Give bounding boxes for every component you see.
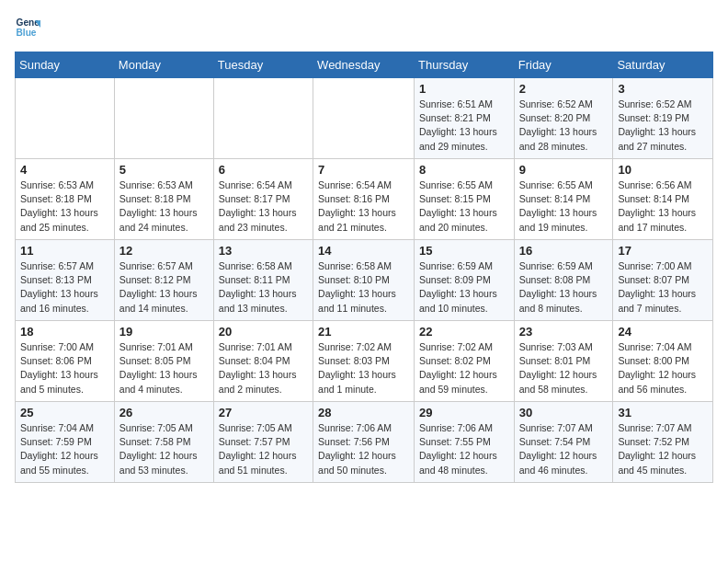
cell-info: Sunrise: 6:59 AM Sunset: 8:09 PM Dayligh… [419, 259, 509, 316]
cell-info: Sunrise: 7:00 AM Sunset: 8:06 PM Dayligh… [20, 340, 109, 396]
logo: General Blue [15, 15, 44, 40]
cell-info: Sunrise: 6:54 AM Sunset: 8:16 PM Dayligh… [318, 178, 409, 235]
day-number: 4 [20, 163, 109, 177]
cell-info: Sunrise: 7:05 AM Sunset: 7:57 PM Dayligh… [219, 421, 308, 477]
cell-info: Sunrise: 6:57 AM Sunset: 8:12 PM Dayligh… [119, 259, 209, 316]
calendar-cell: 31Sunrise: 7:07 AM Sunset: 7:52 PM Dayli… [613, 402, 713, 483]
day-number: 21 [318, 325, 409, 339]
calendar-cell: 8Sunrise: 6:55 AM Sunset: 8:15 PM Daylig… [415, 159, 515, 240]
day-number: 18 [20, 325, 109, 339]
weekday-saturday: Saturday [613, 52, 713, 78]
calendar-cell: 1Sunrise: 6:51 AM Sunset: 8:21 PM Daylig… [415, 78, 515, 159]
logo-icon: General Blue [15, 15, 40, 40]
calendar-cell: 11Sunrise: 6:57 AM Sunset: 8:13 PM Dayli… [16, 240, 115, 321]
calendar-cell: 16Sunrise: 6:59 AM Sunset: 8:08 PM Dayli… [514, 240, 613, 321]
calendar-cell [213, 78, 313, 159]
calendar-cell [16, 78, 115, 159]
calendar-week-1: 1Sunrise: 6:51 AM Sunset: 8:21 PM Daylig… [16, 78, 713, 159]
calendar-cell: 10Sunrise: 6:56 AM Sunset: 8:14 PM Dayli… [613, 159, 713, 240]
day-number: 16 [519, 244, 609, 258]
day-number: 1 [419, 82, 509, 96]
cell-info: Sunrise: 6:56 AM Sunset: 8:14 PM Dayligh… [618, 178, 708, 235]
day-number: 13 [219, 244, 308, 258]
cell-info: Sunrise: 7:07 AM Sunset: 7:52 PM Dayligh… [618, 421, 708, 477]
cell-info: Sunrise: 7:01 AM Sunset: 8:05 PM Dayligh… [119, 340, 209, 396]
cell-info: Sunrise: 7:06 AM Sunset: 7:55 PM Dayligh… [419, 421, 509, 477]
calendar-cell: 7Sunrise: 6:54 AM Sunset: 8:16 PM Daylig… [313, 159, 415, 240]
svg-text:Blue: Blue [17, 28, 37, 38]
day-number: 10 [618, 163, 708, 177]
cell-info: Sunrise: 7:04 AM Sunset: 8:00 PM Dayligh… [618, 340, 708, 396]
calendar-week-4: 18Sunrise: 7:00 AM Sunset: 8:06 PM Dayli… [16, 321, 713, 402]
day-number: 26 [119, 406, 209, 419]
cell-info: Sunrise: 6:52 AM Sunset: 8:20 PM Dayligh… [519, 98, 609, 154]
day-number: 19 [119, 325, 209, 339]
cell-info: Sunrise: 7:04 AM Sunset: 7:59 PM Dayligh… [20, 421, 109, 477]
calendar-cell: 17Sunrise: 7:00 AM Sunset: 8:07 PM Dayli… [613, 240, 713, 321]
calendar-cell: 26Sunrise: 7:05 AM Sunset: 7:58 PM Dayli… [114, 402, 213, 483]
calendar-week-2: 4Sunrise: 6:53 AM Sunset: 8:18 PM Daylig… [16, 159, 713, 240]
weekday-monday: Monday [114, 52, 213, 78]
cell-info: Sunrise: 6:52 AM Sunset: 8:19 PM Dayligh… [618, 98, 708, 154]
weekday-header-row: SundayMondayTuesdayWednesdayThursdayFrid… [16, 52, 713, 78]
calendar-cell [313, 78, 415, 159]
calendar-cell: 13Sunrise: 6:58 AM Sunset: 8:11 PM Dayli… [213, 240, 313, 321]
cell-info: Sunrise: 6:51 AM Sunset: 8:21 PM Dayligh… [419, 98, 509, 154]
calendar-body: 1Sunrise: 6:51 AM Sunset: 8:21 PM Daylig… [16, 78, 713, 483]
cell-info: Sunrise: 7:06 AM Sunset: 7:56 PM Dayligh… [318, 421, 409, 477]
calendar-week-3: 11Sunrise: 6:57 AM Sunset: 8:13 PM Dayli… [16, 240, 713, 321]
calendar-cell: 22Sunrise: 7:02 AM Sunset: 8:02 PM Dayli… [415, 321, 515, 402]
calendar-cell: 4Sunrise: 6:53 AM Sunset: 8:18 PM Daylig… [16, 159, 115, 240]
day-number: 3 [618, 82, 708, 96]
day-number: 8 [419, 163, 509, 177]
weekday-thursday: Thursday [415, 52, 515, 78]
cell-info: Sunrise: 6:53 AM Sunset: 8:18 PM Dayligh… [119, 178, 209, 235]
calendar-cell: 23Sunrise: 7:03 AM Sunset: 8:01 PM Dayli… [514, 321, 613, 402]
day-number: 11 [20, 244, 109, 258]
weekday-sunday: Sunday [16, 52, 115, 78]
day-number: 14 [318, 244, 409, 258]
cell-info: Sunrise: 7:07 AM Sunset: 7:54 PM Dayligh… [519, 421, 609, 477]
cell-info: Sunrise: 6:54 AM Sunset: 8:17 PM Dayligh… [219, 178, 308, 235]
calendar-cell: 28Sunrise: 7:06 AM Sunset: 7:56 PM Dayli… [313, 402, 415, 483]
day-number: 5 [119, 163, 209, 177]
calendar-week-5: 25Sunrise: 7:04 AM Sunset: 7:59 PM Dayli… [16, 402, 713, 483]
day-number: 17 [618, 244, 708, 258]
calendar-cell: 5Sunrise: 6:53 AM Sunset: 8:18 PM Daylig… [114, 159, 213, 240]
calendar-cell: 6Sunrise: 6:54 AM Sunset: 8:17 PM Daylig… [213, 159, 313, 240]
calendar-cell: 15Sunrise: 6:59 AM Sunset: 8:09 PM Dayli… [415, 240, 515, 321]
day-number: 12 [119, 244, 209, 258]
calendar-table: SundayMondayTuesdayWednesdayThursdayFrid… [15, 52, 713, 483]
cell-info: Sunrise: 6:58 AM Sunset: 8:10 PM Dayligh… [318, 259, 409, 316]
day-number: 20 [219, 325, 308, 339]
day-number: 27 [219, 406, 308, 419]
weekday-tuesday: Tuesday [213, 52, 313, 78]
day-number: 29 [419, 406, 509, 419]
weekday-friday: Friday [514, 52, 613, 78]
cell-info: Sunrise: 6:55 AM Sunset: 8:15 PM Dayligh… [419, 178, 509, 235]
cell-info: Sunrise: 7:01 AM Sunset: 8:04 PM Dayligh… [219, 340, 308, 396]
calendar-cell: 3Sunrise: 6:52 AM Sunset: 8:19 PM Daylig… [613, 78, 713, 159]
cell-info: Sunrise: 6:53 AM Sunset: 8:18 PM Dayligh… [20, 178, 109, 235]
cell-info: Sunrise: 6:59 AM Sunset: 8:08 PM Dayligh… [519, 259, 609, 316]
day-number: 22 [419, 325, 509, 339]
calendar-cell: 12Sunrise: 6:57 AM Sunset: 8:12 PM Dayli… [114, 240, 213, 321]
day-number: 25 [20, 406, 109, 419]
calendar-cell: 29Sunrise: 7:06 AM Sunset: 7:55 PM Dayli… [415, 402, 515, 483]
calendar-cell: 21Sunrise: 7:02 AM Sunset: 8:03 PM Dayli… [313, 321, 415, 402]
calendar-cell: 25Sunrise: 7:04 AM Sunset: 7:59 PM Dayli… [16, 402, 115, 483]
day-number: 6 [219, 163, 308, 177]
day-number: 28 [318, 406, 409, 419]
day-number: 24 [618, 325, 708, 339]
cell-info: Sunrise: 7:03 AM Sunset: 8:01 PM Dayligh… [519, 340, 609, 396]
calendar-cell: 19Sunrise: 7:01 AM Sunset: 8:05 PM Dayli… [114, 321, 213, 402]
cell-info: Sunrise: 6:58 AM Sunset: 8:11 PM Dayligh… [219, 259, 308, 316]
day-number: 30 [519, 406, 609, 419]
day-number: 2 [519, 82, 609, 96]
calendar-cell [114, 78, 213, 159]
calendar-cell: 2Sunrise: 6:52 AM Sunset: 8:20 PM Daylig… [514, 78, 613, 159]
calendar-cell: 30Sunrise: 7:07 AM Sunset: 7:54 PM Dayli… [514, 402, 613, 483]
day-number: 23 [519, 325, 609, 339]
cell-info: Sunrise: 6:55 AM Sunset: 8:14 PM Dayligh… [519, 178, 609, 235]
day-number: 31 [618, 406, 708, 419]
